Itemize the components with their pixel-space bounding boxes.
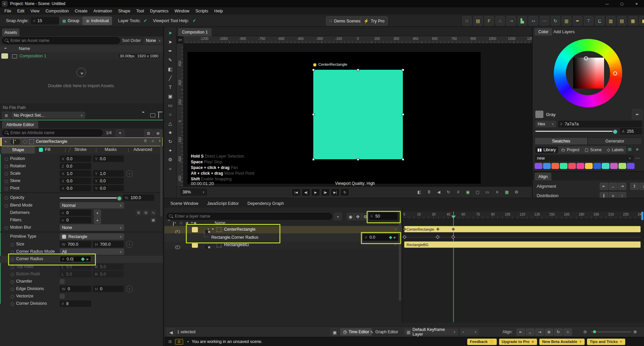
palette-options-icon[interactable]: ⋯: [635, 156, 640, 161]
layer-name[interactable]: CenterRectangle: [224, 227, 256, 232]
grid-icon[interactable]: #: [454, 189, 462, 195]
grid-view-icon[interactable]: ⊞: [628, 147, 632, 152]
link-icon[interactable]: ↕: [126, 286, 132, 292]
layer-tools-check-icon[interactable]: ✓: [144, 18, 147, 23]
selection-handle[interactable]: [402, 113, 404, 116]
visibility-pill[interactable]: [10, 139, 20, 145]
playhead-marker[interactable]: [451, 216, 456, 219]
zoom-out-icon[interactable]: ⊖: [583, 329, 587, 334]
keyframe-icon[interactable]: [451, 235, 455, 239]
menu-item[interactable]: Create: [72, 9, 91, 13]
layer-color-swatch[interactable]: [192, 227, 198, 232]
lasso-icon[interactable]: ✒: [573, 16, 582, 25]
alpha-slider[interactable]: [535, 131, 614, 132]
menu-item[interactable]: Tool: [133, 9, 147, 13]
sv-cursor[interactable]: [584, 56, 588, 60]
vectorize-checkbox[interactable]: [60, 294, 65, 299]
go-to-start-button[interactable]: |◀: [292, 188, 301, 196]
align-top-button[interactable]: ↥: [630, 183, 639, 190]
add-filter-button[interactable]: +: [94, 217, 101, 224]
hex-field[interactable]: #7a7a7a: [558, 121, 642, 127]
edge-divisions-h-field[interactable]: H0: [93, 286, 124, 292]
keyframe-dot[interactable]: [11, 295, 14, 298]
collapse-panel-icon[interactable]: ◀: [167, 329, 175, 336]
tab-masks[interactable]: Masks: [105, 147, 117, 152]
pivot-x-field[interactable]: X0.0: [60, 185, 91, 191]
opacity-slider[interactable]: [60, 197, 119, 198]
keyframe-dot[interactable]: [5, 187, 8, 190]
pivot-y-field[interactable]: Y0.0: [93, 185, 124, 191]
snap-grid-icon[interactable]: ∷: [462, 16, 472, 25]
keyframe-icon[interactable]: [436, 235, 439, 239]
tab-add-layers[interactable]: Add Layers: [553, 30, 575, 34]
parent-circle-icon[interactable]: ○: [394, 242, 397, 246]
eyedropper-icon[interactable]: ✒: [4, 46, 7, 51]
keyframe-dot[interactable]: [5, 158, 8, 161]
scale-x-field[interactable]: X1.0: [60, 170, 91, 177]
isolate-icon[interactable]: ◉: [347, 213, 354, 220]
graph-editor-button[interactable]: ∿Graph Editor: [367, 328, 401, 336]
snap-keys-button[interactable]: ↻: [554, 329, 562, 336]
keyframe-icon[interactable]: [402, 235, 406, 239]
secondary-dropdown[interactable]: -∨: [460, 329, 479, 335]
selected-layer-header[interactable]: ∨ CenterRectangle ⚲ ⊹ ✕: [0, 137, 163, 146]
menu-item[interactable]: Scripts: [193, 9, 211, 13]
current-frame-field[interactable]: F50: [369, 212, 397, 220]
eye-icon[interactable]: [175, 245, 180, 249]
deformers-field[interactable]: ≡0: [60, 210, 91, 216]
menu-item[interactable]: Edit: [14, 9, 28, 13]
align-right-button[interactable]: ⇥: [618, 183, 626, 190]
trash-icon[interactable]: [158, 113, 159, 118]
layers-icon[interactable]: ≡: [493, 189, 501, 195]
position-x-field[interactable]: X0.0: [60, 156, 91, 162]
selection-handle[interactable]: [402, 69, 404, 71]
align-keys-center-button[interactable]: ↔: [526, 329, 534, 336]
next-keyframe-icon[interactable]: ▶: [394, 236, 396, 239]
feedback-button[interactable]: Feedback✋: [467, 339, 497, 345]
keyframe-dot[interactable]: [5, 180, 8, 183]
keyframe-dot[interactable]: [11, 258, 14, 261]
collapse-chevron-icon[interactable]: ∨: [4, 139, 7, 143]
refresh-icon[interactable]: ↻: [445, 189, 452, 195]
panel-mode-icon[interactable]: ▣: [331, 329, 339, 336]
alpha-field[interactable]: A255: [620, 128, 642, 134]
tab-labels[interactable]: ◇Labels: [605, 147, 626, 153]
edge-divisions-w-field[interactable]: W0: [60, 286, 91, 292]
list-view-icon[interactable]: ≡: [636, 147, 639, 152]
timeline-bar-rectangle-bg[interactable]: RectangleBG: [404, 241, 641, 248]
tab-advanced[interactable]: Advanced: [133, 147, 152, 152]
keyframe-dot[interactable]: [5, 204, 8, 208]
keyframe-dot[interactable]: [5, 172, 8, 176]
color-mode-dropdown[interactable]: Hex∨: [535, 121, 556, 127]
top-radii-r-field[interactable]: R5.0: [93, 264, 124, 270]
layer-search[interactable]: [166, 213, 332, 220]
frame-counter[interactable]: 0: [425, 189, 433, 195]
tab-assets[interactable]: Assets: [2, 28, 19, 36]
zoom-level-dropdown[interactable]: 38%∨: [180, 188, 207, 196]
align-left-button[interactable]: ⇤: [600, 183, 608, 190]
viewport-tool-help-check-icon[interactable]: ✓: [193, 18, 196, 23]
top-radii-l-field[interactable]: L5.0: [60, 264, 91, 270]
group-button[interactable]: ▩ Group: [59, 16, 83, 25]
align-keys-right-button[interactable]: ⇥: [535, 329, 544, 336]
saturation-value-box[interactable]: [573, 58, 604, 89]
pencil-tool[interactable]: ✎: [166, 55, 175, 64]
corner-radius-field[interactable]: # 0.0 ▶: [60, 256, 91, 262]
keyframe-dot[interactable]: [11, 243, 14, 246]
timeline-zoom-slider[interactable]: [591, 332, 631, 332]
layer-row-rectangle-bg[interactable]: RectangleBG ○: [164, 241, 402, 249]
layer-list-scrollbar[interactable]: [399, 220, 401, 301]
project-icon[interactable]: ≣: [2, 112, 11, 119]
rectangle-tool[interactable]: ▭: [166, 101, 175, 110]
keyframe-dot[interactable]: [5, 226, 8, 230]
filter-box-icon[interactable]: ▣: [150, 217, 156, 223]
tab-fill[interactable]: Fill: [45, 147, 50, 152]
bottom-tab[interactable]: JavaScript Editor: [203, 199, 243, 208]
upgrade-to-pro-button[interactable]: Upgrade to Pro★: [499, 339, 537, 345]
add-layer-button[interactable]: +: [334, 213, 342, 220]
zoom-in-icon[interactable]: ⊕: [633, 329, 637, 334]
layout-columns-icon[interactable]: ▥: [606, 16, 615, 25]
primitive-type-dropdown[interactable]: Rectangle∨: [60, 233, 124, 240]
current-color-swatch[interactable]: [535, 111, 543, 118]
color-swatch[interactable]: [535, 163, 542, 169]
